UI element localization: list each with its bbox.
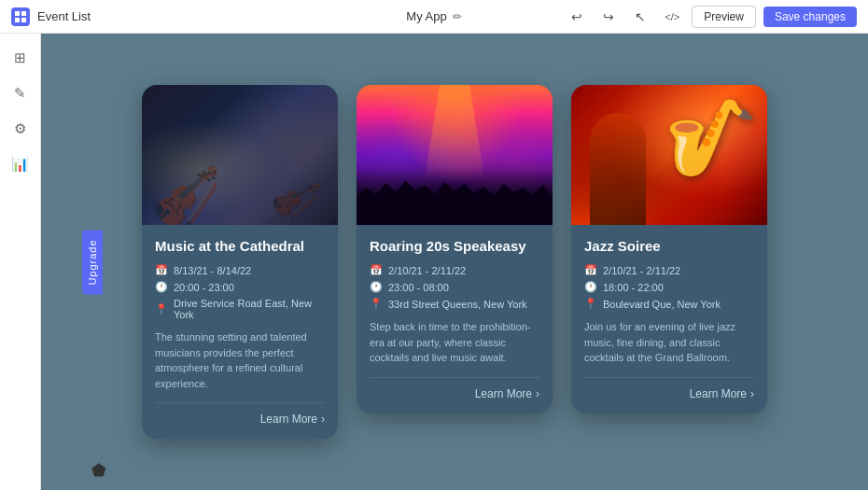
canvas-area: Upgrade 🎻 Music at the Cathedral 📅 8/13/… <box>41 34 868 490</box>
location-icon-3: 📍 <box>584 298 597 310</box>
card-description-2: Step back in time to the prohibition-era… <box>370 319 539 366</box>
sidebar-icon-settings[interactable]: ⚙ <box>6 114 35 144</box>
svg-rect-2 <box>15 18 20 22</box>
location-icon-2: 📍 <box>370 298 383 310</box>
main-layout: ⊞ ✎ ⚙ 📊 Upgrade 🎻 Music at the Cathedral… <box>0 34 868 490</box>
save-button[interactable]: Save changes <box>763 7 857 27</box>
card-location-text-2: 33rd Street Queens, New York <box>388 299 527 310</box>
learn-more-2[interactable]: Learn More › <box>475 387 539 400</box>
svg-rect-3 <box>21 18 26 22</box>
code-button[interactable]: </> <box>660 5 684 29</box>
card-title-3: Jazz Soiree <box>584 238 754 255</box>
top-bar-right: ↩ ↪ ↖ </> Preview Save changes <box>565 5 857 29</box>
card-footer-2: Learn More › <box>370 377 539 400</box>
edit-icon[interactable]: ✏ <box>453 10 462 23</box>
clock-icon-1: 🕐 <box>155 281 168 293</box>
concert-image <box>357 85 553 225</box>
card-description-3: Join us for an evening of live jazz musi… <box>584 319 754 366</box>
page-title: Event List <box>37 9 91 23</box>
card-date-text-2: 2/10/21 - 2/11/22 <box>388 265 466 276</box>
jazz-person <box>590 113 646 225</box>
clock-icon-3: 🕐 <box>584 281 597 293</box>
learn-more-3[interactable]: Learn More › <box>690 387 754 400</box>
chevron-icon-1: › <box>321 413 325 426</box>
spotlight <box>417 85 492 225</box>
chevron-icon-2: › <box>536 387 539 400</box>
event-card-2: Roaring 20s Speakeasy 📅 2/10/21 - 2/11/2… <box>357 85 553 413</box>
top-bar-left: Event List <box>11 7 91 26</box>
card-location-2: 📍 33rd Street Queens, New York <box>370 298 539 310</box>
top-bar-center: My App ✏ <box>406 9 461 23</box>
orchestra-image: 🎻 <box>142 85 338 225</box>
card-time-text-3: 18:00 - 22:00 <box>603 282 664 293</box>
card-title-2: Roaring 20s Speakeasy <box>370 238 539 255</box>
app-logo <box>11 7 30 26</box>
card-footer-3: Learn More › <box>584 377 754 400</box>
card-time-text-2: 23:00 - 08:00 <box>388 282 449 293</box>
card-location-text-3: Boulevard Que, New York <box>603 299 721 310</box>
svg-rect-1 <box>21 11 26 16</box>
left-sidebar: ⊞ ✎ ⚙ 📊 <box>0 34 41 490</box>
event-card-3: Jazz Soiree 📅 2/10/21 - 2/11/22 🕐 18:00 … <box>571 85 767 413</box>
top-bar: Event List My App ✏ ↩ ↪ ↖ </> Preview Sa… <box>0 0 868 34</box>
location-icon-1: 📍 <box>155 303 168 315</box>
upgrade-button[interactable]: Upgrade <box>82 230 103 294</box>
chevron-icon-3: › <box>750 387 754 400</box>
svg-rect-0 <box>15 11 20 16</box>
card-time-3: 🕐 18:00 - 22:00 <box>584 281 754 293</box>
card-date-1: 📅 8/13/21 - 8/14/22 <box>155 264 325 276</box>
card-location-text-1: Drive Service Road East, New York <box>174 298 325 320</box>
card-image-3 <box>571 85 767 225</box>
event-card-1: 🎻 Music at the Cathedral 📅 8/13/21 - 8/1… <box>142 85 338 439</box>
card-time-1: 🕐 20:00 - 23:00 <box>155 281 325 293</box>
cursor-button[interactable]: ↖ <box>628 5 652 29</box>
card-content-2: Roaring 20s Speakeasy 📅 2/10/21 - 2/11/2… <box>357 225 553 413</box>
card-date-3: 📅 2/10/21 - 2/11/22 <box>584 264 754 276</box>
bottom-icon[interactable]: ⬟ <box>91 460 106 481</box>
card-date-text-1: 8/13/21 - 8/14/22 <box>174 265 251 276</box>
app-name: My App <box>406 9 446 23</box>
learn-more-1[interactable]: Learn More › <box>260 413 325 426</box>
cards-container: 🎻 Music at the Cathedral 📅 8/13/21 - 8/1… <box>123 66 786 457</box>
card-description-1: The stunning setting and talented musici… <box>155 329 325 391</box>
card-date-text-3: 2/10/21 - 2/11/22 <box>603 265 680 276</box>
sidebar-icon-chart[interactable]: 📊 <box>6 149 35 179</box>
concert-crowd <box>357 178 553 225</box>
clock-icon-2: 🕐 <box>370 281 383 293</box>
undo-button[interactable]: ↩ <box>565 5 589 29</box>
calendar-icon-1: 📅 <box>155 264 168 276</box>
card-time-text-1: 20:00 - 23:00 <box>174 282 234 293</box>
card-image-1: 🎻 <box>142 85 338 225</box>
calendar-icon-2: 📅 <box>370 264 383 276</box>
redo-button[interactable]: ↪ <box>596 5 621 29</box>
violin-icon: 🎻 <box>268 171 324 225</box>
card-content-1: Music at the Cathedral 📅 8/13/21 - 8/14/… <box>142 225 338 439</box>
sidebar-icon-grid[interactable]: ⊞ <box>6 43 35 73</box>
card-footer-1: Learn More › <box>155 402 325 426</box>
preview-button[interactable]: Preview <box>692 6 756 28</box>
card-content-3: Jazz Soiree 📅 2/10/21 - 2/11/22 🕐 18:00 … <box>571 225 767 413</box>
card-location-3: 📍 Boulevard Que, New York <box>584 298 754 310</box>
sidebar-icon-edit[interactable]: ✎ <box>6 78 35 108</box>
card-title-1: Music at the Cathedral <box>155 238 325 255</box>
card-time-2: 🕐 23:00 - 08:00 <box>370 281 539 293</box>
jazz-image <box>571 85 767 225</box>
card-location-1: 📍 Drive Service Road East, New York <box>155 298 325 320</box>
card-image-2 <box>357 85 553 225</box>
calendar-icon-3: 📅 <box>584 264 597 276</box>
card-date-2: 📅 2/10/21 - 2/11/22 <box>370 264 539 276</box>
